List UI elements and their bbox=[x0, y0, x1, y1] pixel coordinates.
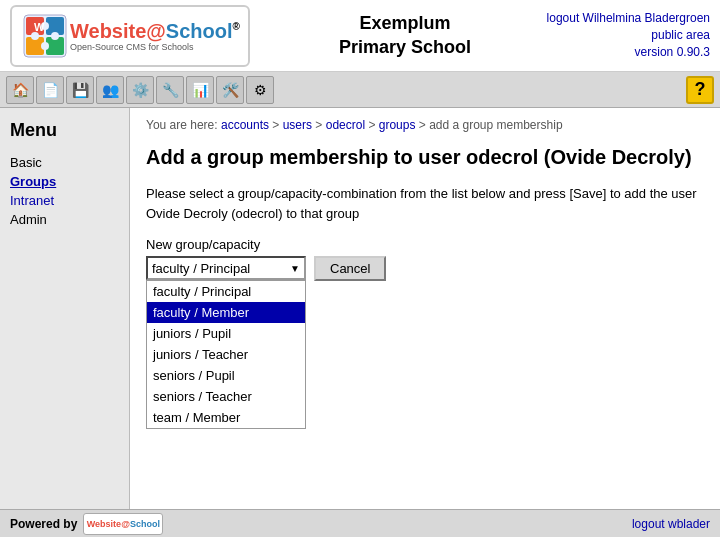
chart-icon[interactable]: 📊 bbox=[186, 76, 214, 104]
option-seniors-pupil[interactable]: seniors / Pupil bbox=[147, 365, 305, 386]
description-text: Please select a group/capacity-combinati… bbox=[146, 184, 704, 223]
option-team-member[interactable]: team / Member bbox=[147, 407, 305, 428]
breadcrumb-current: add a group membership bbox=[429, 118, 562, 132]
area-label: public area bbox=[510, 27, 710, 44]
header: W Website@School® Open-Source CMS for Sc… bbox=[0, 0, 720, 72]
sidebar: Menu Basic Groups Intranet Admin bbox=[0, 108, 130, 509]
svg-point-7 bbox=[31, 32, 39, 40]
dropdown-list: faculty / Principal faculty / Member jun… bbox=[146, 280, 306, 429]
breadcrumb-odecrol[interactable]: odecrol bbox=[326, 118, 365, 132]
wrench-icon[interactable]: 🔧 bbox=[156, 76, 184, 104]
footer-right: logout wblader bbox=[632, 517, 710, 531]
home-icon[interactable]: 🏠 bbox=[6, 76, 34, 104]
powered-by-text: Powered by bbox=[10, 517, 77, 531]
save-icon[interactable]: 💾 bbox=[66, 76, 94, 104]
selected-option-text: faculty / Principal bbox=[152, 261, 250, 276]
logout-label[interactable]: logout Wilhelmina Bladergroen bbox=[510, 10, 710, 27]
gear-icon[interactable]: ⚙️ bbox=[126, 76, 154, 104]
registered-mark: ® bbox=[233, 21, 240, 32]
dropdown-container: faculty / Principal ▼ faculty / Principa… bbox=[146, 256, 306, 280]
svg-text:W: W bbox=[34, 21, 45, 33]
breadcrumb-prefix: You are here: bbox=[146, 118, 221, 132]
cancel-button[interactable]: Cancel bbox=[314, 256, 386, 281]
footer: Powered by Website@School logout wblader bbox=[0, 509, 720, 537]
footer-logo: Website@School bbox=[83, 513, 163, 535]
content-area: You are here: accounts > users > odecrol… bbox=[130, 108, 720, 509]
page-icon[interactable]: 📄 bbox=[36, 76, 64, 104]
logo-area: W Website@School® Open-Source CMS for Sc… bbox=[10, 5, 300, 67]
breadcrumb-accounts[interactable]: accounts bbox=[221, 118, 269, 132]
svg-point-8 bbox=[51, 32, 59, 40]
sidebar-item-admin[interactable]: Admin bbox=[10, 210, 119, 229]
site-name-line2: Primary School bbox=[300, 36, 510, 59]
tools-icon[interactable]: 🛠️ bbox=[216, 76, 244, 104]
help-icon[interactable]: ? bbox=[686, 76, 714, 104]
user-info: logout Wilhelmina Bladergroen public are… bbox=[510, 10, 710, 60]
sidebar-title: Menu bbox=[10, 120, 119, 141]
users-icon[interactable]: 👥 bbox=[96, 76, 124, 104]
form-label: New group/capacity bbox=[146, 237, 704, 252]
option-juniors-pupil[interactable]: juniors / Pupil bbox=[147, 323, 305, 344]
logo-at: @ bbox=[146, 20, 166, 42]
option-juniors-teacher[interactable]: juniors / Teacher bbox=[147, 344, 305, 365]
footer-logout-link[interactable]: logout wblader bbox=[632, 517, 710, 531]
breadcrumb-users[interactable]: users bbox=[283, 118, 312, 132]
svg-point-6 bbox=[41, 42, 49, 50]
sidebar-item-intranet[interactable]: Intranet bbox=[10, 191, 119, 210]
footer-left: Powered by Website@School bbox=[10, 513, 163, 535]
version-label: version 0.90.3 bbox=[510, 44, 710, 61]
logo-box: W Website@School® Open-Source CMS for Sc… bbox=[10, 5, 250, 67]
option-seniors-teacher[interactable]: seniors / Teacher bbox=[147, 386, 305, 407]
option-faculty-member[interactable]: faculty / Member bbox=[147, 302, 305, 323]
group-capacity-select[interactable]: faculty / Principal ▼ bbox=[146, 256, 306, 280]
site-name-line1: Exemplum bbox=[300, 12, 510, 35]
breadcrumb: You are here: accounts > users > odecrol… bbox=[146, 118, 704, 132]
logo-text-block: Website@School® Open-Source CMS for Scho… bbox=[70, 20, 240, 52]
logo-tagline: Open-Source CMS for Schools bbox=[70, 42, 240, 52]
logo-website: Website bbox=[70, 20, 146, 42]
logo-puzzle-icon: W bbox=[20, 11, 70, 61]
settings-icon[interactable]: ⚙ bbox=[246, 76, 274, 104]
toolbar-icons: 🏠 📄 💾 👥 ⚙️ 🔧 📊 🛠️ ⚙ bbox=[6, 76, 274, 104]
dropdown-arrow-icon: ▼ bbox=[290, 263, 300, 274]
sidebar-item-groups[interactable]: Groups bbox=[10, 172, 119, 191]
logo-school-word: School bbox=[166, 20, 233, 42]
main-layout: Menu Basic Groups Intranet Admin You are… bbox=[0, 108, 720, 509]
toolbar: 🏠 📄 💾 👥 ⚙️ 🔧 📊 🛠️ ⚙ ? bbox=[0, 72, 720, 108]
page-title: Add a group membership to user odecrol (… bbox=[146, 144, 704, 170]
option-faculty-principal[interactable]: faculty / Principal bbox=[147, 281, 305, 302]
form-area: New group/capacity faculty / Principal ▼… bbox=[146, 237, 704, 281]
breadcrumb-groups[interactable]: groups bbox=[379, 118, 416, 132]
site-title: Exemplum Primary School bbox=[300, 12, 510, 59]
sidebar-item-basic[interactable]: Basic bbox=[10, 153, 119, 172]
